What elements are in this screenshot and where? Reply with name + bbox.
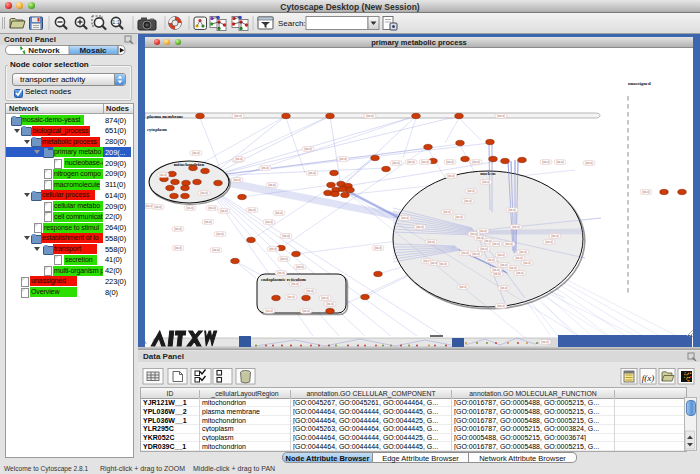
svg-text:(xx-x): (xx-x): [472, 160, 480, 164]
svg-text:(xx-x): (xx-x): [269, 247, 277, 251]
svg-text:plasma membrane: plasma membrane: [147, 114, 183, 119]
svg-text:(xx-x): (xx-x): [519, 250, 527, 254]
svg-text:(xx-x): (xx-x): [461, 251, 469, 255]
svg-text:f(x): f(x): [642, 373, 655, 383]
svg-text:Search:: Search:: [278, 19, 306, 28]
svg-text:(xx-x): (xx-x): [265, 220, 273, 224]
svg-text:(xx-x): (xx-x): [421, 160, 429, 164]
svg-text:(xx-x): (xx-x): [509, 266, 517, 270]
svg-text:(xx-x): (xx-x): [512, 225, 520, 229]
svg-text:(xx-x): (xx-x): [492, 242, 500, 246]
svg-text:(xx-x): (xx-x): [497, 304, 505, 308]
svg-text:(xx-x): (xx-x): [204, 220, 212, 224]
svg-text:(xx-x): (xx-x): [321, 296, 329, 300]
svg-text:Mosaic: Mosaic: [79, 45, 107, 54]
svg-text:endoplasmic reticulum: endoplasmic reticulum: [261, 277, 306, 282]
svg-text:(xx-x): (xx-x): [551, 234, 559, 238]
svg-text:(xx-x): (xx-x): [407, 160, 415, 164]
svg-text:(xx-x): (xx-x): [446, 160, 454, 164]
svg-text:(xx-x): (xx-x): [500, 263, 508, 267]
svg-text:(xx-x): (xx-x): [545, 240, 553, 244]
svg-text:(xx-x): (xx-x): [374, 246, 382, 250]
svg-text:(xx-x): (xx-x): [585, 161, 593, 165]
svg-text:(xx-x): (xx-x): [467, 189, 475, 193]
svg-text:(xx-x): (xx-x): [208, 206, 216, 210]
svg-text:(xx-x): (xx-x): [472, 252, 480, 256]
svg-text:(xx-x): (xx-x): [487, 258, 495, 262]
svg-text:(xx-x): (xx-x): [392, 161, 400, 165]
svg-text:(xx-x): (xx-x): [464, 199, 472, 203]
svg-text:(xx-x): (xx-x): [261, 166, 269, 170]
svg-text:(xx-x): (xx-x): [287, 295, 295, 299]
svg-text:Network: Network: [28, 45, 60, 54]
svg-text:(xx-x): (xx-x): [268, 183, 276, 187]
svg-text:(xx-x): (xx-x): [459, 285, 467, 289]
svg-text:(xx-x): (xx-x): [523, 261, 531, 265]
svg-text:(xx-x): (xx-x): [275, 211, 283, 215]
svg-text:(xx-x): (xx-x): [556, 160, 564, 164]
svg-text:(xx-x): (xx-x): [366, 114, 374, 118]
svg-text:(xx-x): (xx-x): [339, 157, 347, 161]
svg-text:(xx-x): (xx-x): [186, 206, 194, 210]
svg-text:(xx-x): (xx-x): [416, 225, 424, 229]
svg-text:(xx-x): (xx-x): [439, 262, 447, 266]
svg-text:(xx-x): (xx-x): [508, 208, 516, 212]
svg-text:(xx-x): (xx-x): [282, 234, 290, 238]
svg-text:(xx-x): (xx-x): [235, 157, 243, 161]
svg-text:(xx-x): (xx-x): [174, 227, 182, 231]
svg-text:(xx-x): (xx-x): [479, 229, 487, 233]
svg-text:(xx-x): (xx-x): [159, 173, 167, 177]
svg-text:(xx-x): (xx-x): [192, 151, 200, 155]
svg-text:unassigned: unassigned: [628, 81, 651, 86]
svg-text:(xx-x): (xx-x): [212, 248, 220, 252]
svg-text:(xx-x): (xx-x): [516, 271, 524, 275]
svg-text:(xx-x): (xx-x): [234, 114, 242, 118]
svg-text:(xx-x): (xx-x): [280, 257, 288, 261]
svg-text:(xx-x): (xx-x): [515, 256, 523, 260]
svg-text:(xx-x): (xx-x): [542, 160, 550, 164]
svg-text:(xx-x): (xx-x): [216, 232, 224, 236]
svg-text:(xx-x): (xx-x): [430, 261, 438, 265]
svg-text:(xx-x): (xx-x): [401, 216, 409, 220]
svg-text:(xx-x): (xx-x): [291, 282, 299, 286]
svg-text:(xx-x): (xx-x): [174, 246, 182, 250]
svg-text:(xx-x): (xx-x): [541, 340, 549, 344]
svg-text:(xx-x): (xx-x): [493, 272, 501, 276]
svg-text:1:1: 1:1: [112, 19, 120, 25]
svg-text:(xx-x): (xx-x): [154, 205, 162, 209]
svg-text:(xx-x): (xx-x): [145, 204, 153, 208]
svg-text:(xx-x): (xx-x): [304, 147, 312, 151]
svg-text:(xx-x): (xx-x): [443, 210, 451, 214]
svg-text:(xx-x): (xx-x): [277, 271, 285, 275]
svg-text:(xx-x): (xx-x): [220, 209, 228, 213]
svg-text:(xx-x): (xx-x): [306, 289, 314, 293]
svg-text:(xx-x): (xx-x): [505, 242, 513, 246]
svg-text:(xx-x): (xx-x): [427, 240, 435, 244]
svg-text:(xx-x): (xx-x): [233, 178, 241, 182]
svg-text:cytoplasm: cytoplasm: [147, 127, 167, 132]
svg-text:(xx-x): (xx-x): [497, 253, 505, 257]
svg-text:(xx-x): (xx-x): [308, 171, 316, 175]
svg-text:(xx-x): (xx-x): [455, 215, 463, 219]
svg-text:(xx-x): (xx-x): [642, 190, 650, 194]
svg-text:nucleus: nucleus: [480, 171, 496, 176]
svg-text:(xx-x): (xx-x): [480, 247, 488, 251]
svg-text:(xx-x): (xx-x): [248, 208, 256, 212]
svg-text:(xx-x): (xx-x): [200, 191, 208, 195]
svg-text:(xx-x): (xx-x): [326, 302, 334, 306]
svg-text:(xx-x): (xx-x): [265, 309, 273, 313]
svg-text:(xx-x): (xx-x): [492, 268, 500, 272]
svg-text:(xx-x): (xx-x): [497, 114, 505, 118]
svg-text:(xx-x): (xx-x): [500, 286, 508, 290]
svg-text:(xx-x): (xx-x): [482, 180, 490, 184]
svg-text:(xx-x): (xx-x): [296, 265, 304, 269]
svg-text:(xx-x): (xx-x): [447, 174, 455, 178]
svg-text:(xx-x): (xx-x): [302, 309, 310, 313]
